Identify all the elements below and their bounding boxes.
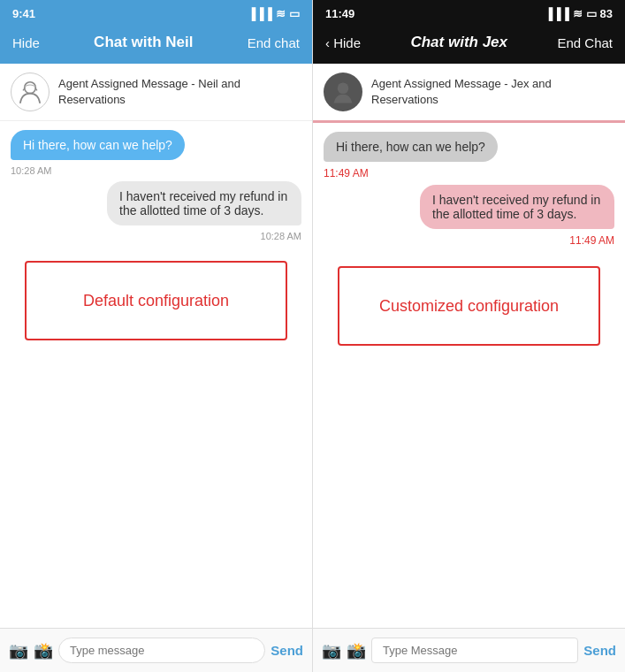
svg-point-3 [338, 83, 349, 95]
agent-bubble-right: Hi there, how can we help? [324, 132, 498, 162]
user-bubble-left: I haven't received my refund in the allo… [107, 181, 301, 225]
status-bar-left: 9:41 ▐▐▐ ≋ ▭ [0, 0, 312, 25]
hide-button-left[interactable]: Hide [12, 35, 40, 50]
message-input-right[interactable] [371, 638, 578, 663]
time-left: 9:41 [12, 7, 35, 20]
config-box-left: Default configuration [25, 261, 287, 340]
end-chat-button-left[interactable]: End chat [248, 35, 300, 50]
signal-icon-left: ▐▐▐ [248, 7, 272, 20]
battery-icon-left: ▭ [289, 7, 300, 20]
timestamp-user-left: 10:28 AM [261, 231, 301, 241]
message-input-left[interactable] [58, 638, 265, 663]
send-button-right[interactable]: Send [583, 643, 616, 658]
timestamp-user-right: 11:49 AM [569, 234, 614, 247]
svg-point-0 [25, 82, 36, 94]
config-label-right: Customized configuration [379, 297, 559, 316]
status-icons-left: ▐▐▐ ≋ ▭ [248, 7, 300, 20]
hide-button-right[interactable]: ‹ Hide [325, 35, 361, 50]
timestamp-agent-left: 10:28 AM [11, 165, 51, 176]
battery-icon-right: ▭ 83 [586, 7, 613, 20]
camera-icon-right[interactable]: 📷 [322, 641, 341, 661]
config-label-left: Default configuration [83, 292, 229, 310]
input-bar-right: 📷 📸 Send [313, 628, 625, 672]
agent-avatar-right [324, 73, 362, 111]
chat-body-right: Hi there, how can we help? 11:49 AM I ha… [313, 123, 625, 628]
signal-icon-right: ▐▐▐ [545, 7, 569, 20]
config-box-right: Customized configuration [338, 266, 600, 346]
image-icon-left[interactable]: 📸 [34, 641, 53, 661]
agent-message-right: Agent Assigned Message - Jex and Reserva… [371, 76, 614, 108]
nav-bar-right: ‹ Hide Chat with Jex End Chat [313, 25, 625, 64]
phone-left: 9:41 ▐▐▐ ≋ ▭ Hide Chat with Neil End cha… [0, 0, 313, 672]
wifi-icon-left: ≋ [276, 7, 286, 20]
agent-row-right: Agent Assigned Message - Jex and Reserva… [313, 64, 625, 123]
camera-icon-left[interactable]: 📷 [9, 641, 28, 661]
status-icons-right: ▐▐▐ ≋ ▭ 83 [545, 7, 613, 20]
wifi-icon-right: ≋ [573, 7, 583, 20]
agent-avatar-left [11, 73, 50, 111]
user-bubble-right: I haven't received my refund in the allo… [420, 185, 614, 229]
end-chat-button-right[interactable]: End Chat [557, 35, 613, 50]
timestamp-agent-right: 11:49 AM [324, 167, 369, 179]
nav-bar-left: Hide Chat with Neil End chat [0, 25, 312, 64]
chat-title-right: Chat with Jex [410, 34, 507, 51]
input-bar-left: 📷 📸 Send [0, 628, 312, 672]
chat-body-left: Hi there, how can we help? 10:28 AM I ha… [0, 121, 312, 628]
agent-row-left: Agent Assigned Message - Neil and Reserv… [0, 64, 312, 121]
time-right: 11:49 [325, 7, 354, 20]
agent-bubble-left: Hi there, how can we help? [11, 130, 185, 160]
image-icon-right[interactable]: 📸 [347, 641, 366, 661]
status-bar-right: 11:49 ▐▐▐ ≋ ▭ 83 [313, 0, 625, 25]
chat-title-left: Chat with Neil [94, 34, 193, 51]
phone-right: 11:49 ▐▐▐ ≋ ▭ 83 ‹ Hide Chat with Jex En… [313, 0, 625, 672]
agent-message-left: Agent Assigned Message - Neil and Reserv… [58, 76, 301, 108]
send-button-left[interactable]: Send [271, 643, 303, 658]
